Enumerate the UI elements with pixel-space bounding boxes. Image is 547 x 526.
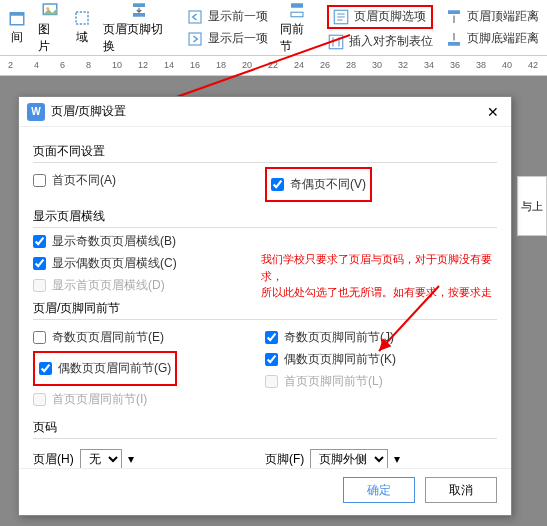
chk-label: 偶数页页眉同前节(G) <box>58 360 171 377</box>
header-footer-toggle-icon <box>130 1 148 19</box>
chk-label: 奇数页页脚同前节(J) <box>284 329 394 346</box>
ok-button[interactable]: 确定 <box>343 477 415 503</box>
note-line: 所以此处勾选了也无所谓。如有要求，按要求走 <box>261 284 511 301</box>
ribbon-label: 页眉顶端距离 <box>467 8 539 25</box>
link-prev-icon <box>288 1 306 19</box>
chk-first-page-diff[interactable]: 首页不同(A) <box>33 172 265 189</box>
ribbon-label: 间 <box>11 29 23 46</box>
annotation-note: 我们学校只要求了页眉与页码，对于页脚没有要求， 所以此处勾选了也无所谓。如有要求… <box>261 251 511 301</box>
svg-rect-1 <box>10 13 24 16</box>
header-page-label: 页眉(H) <box>33 451 74 468</box>
ribbon-label: 页脚底端距离 <box>467 30 539 47</box>
ribbon-label: 显示后一项 <box>208 30 268 47</box>
chk-label: 显示首页页眉横线(D) <box>52 277 165 294</box>
chk-label: 偶数页页脚同前节(K) <box>284 351 396 368</box>
section-header-line: 显示页眉横线 <box>33 208 497 228</box>
dialog-body: 页面不同设置 首页不同(A) 奇偶页不同(V) 显示页眉横线 显示奇数页页眉横线… <box>19 127 511 468</box>
ribbon-item[interactable]: 图片 <box>38 2 61 53</box>
chk-label: 显示偶数页页眉横线(C) <box>52 255 177 272</box>
ribbon-footer-distance[interactable]: 页脚底端距离 <box>445 30 539 48</box>
svg-rect-5 <box>133 3 145 7</box>
ribbon: 间 图片 域 页眉页脚切换 显示前一项 显示后一项 同前节 页眉页脚选项 插入对… <box>0 0 547 56</box>
section-same-prev: 页眉/页脚同前节 <box>33 300 497 320</box>
chk-odd-footer-prev[interactable]: 奇数页页脚同前节(J) <box>265 329 497 346</box>
ribbon-item[interactable]: 同前节 <box>280 2 315 53</box>
side-label: 与上 <box>517 176 547 236</box>
dialog-footer: 确定 取消 <box>19 468 511 515</box>
header-page-select[interactable]: 无 <box>80 449 122 468</box>
header-dist-icon <box>445 8 463 26</box>
ribbon-label: 插入对齐制表位 <box>349 33 433 50</box>
section-page-number: 页码 <box>33 419 497 439</box>
prev-icon <box>186 8 204 26</box>
field-icon <box>73 9 91 27</box>
ribbon-item[interactable]: 间 <box>8 2 26 53</box>
chk-even-header-prev[interactable]: 偶数页页眉同前节(G) <box>39 360 171 377</box>
ribbon-next[interactable]: 显示后一项 <box>186 30 268 48</box>
ribbon-item[interactable]: 域 <box>73 2 91 53</box>
ribbon-item[interactable]: 页眉页脚切换 <box>103 2 173 53</box>
ribbon-label: 页眉页脚选项 <box>354 8 426 25</box>
tab-icon <box>327 33 345 51</box>
picture-icon <box>41 1 59 19</box>
ribbon-header-footer-options[interactable]: 页眉页脚选项 <box>327 5 433 29</box>
chk-label: 显示奇数页页眉横线(B) <box>52 233 176 250</box>
dropdown-icon: ▾ <box>394 452 400 466</box>
svg-rect-12 <box>329 35 343 49</box>
ribbon-group: 显示前一项 显示后一项 <box>186 2 268 53</box>
svg-rect-7 <box>189 11 201 23</box>
footer-page-label: 页脚(F) <box>265 451 304 468</box>
chk-odd-header-prev[interactable]: 奇数页页眉同前节(E) <box>33 329 265 346</box>
chk-first-footer-prev: 首页页脚同前节(L) <box>265 373 497 390</box>
chk-label: 首页页脚同前节(L) <box>284 373 383 390</box>
ribbon-group: 页眉页脚选项 插入对齐制表位 <box>327 2 433 53</box>
chk-label: 首页不同(A) <box>52 172 116 189</box>
app-logo-icon: W <box>27 103 45 121</box>
svg-rect-10 <box>291 12 303 17</box>
ribbon-label: 显示前一项 <box>208 8 268 25</box>
cancel-button[interactable]: 取消 <box>425 477 497 503</box>
ribbon-label: 图片 <box>38 21 61 55</box>
svg-rect-6 <box>133 13 145 17</box>
svg-rect-4 <box>76 12 88 24</box>
ribbon-label: 页眉页脚切换 <box>103 21 173 55</box>
ribbon-label: 域 <box>76 29 88 46</box>
date-icon <box>8 9 26 27</box>
chk-label: 奇数页页眉同前节(E) <box>52 329 164 346</box>
svg-rect-14 <box>448 42 460 46</box>
dialog-title: 页眉/页脚设置 <box>51 103 483 120</box>
dialog-titlebar: W 页眉/页脚设置 ✕ <box>19 97 511 127</box>
ribbon-prev[interactable]: 显示前一项 <box>186 8 268 26</box>
dropdown-icon: ▾ <box>128 452 134 466</box>
chk-odd-header-line[interactable]: 显示奇数页页眉横线(B) <box>33 233 497 250</box>
chk-label: 奇偶页不同(V) <box>290 176 366 193</box>
ribbon-label: 同前节 <box>280 21 315 55</box>
chk-even-footer-prev[interactable]: 偶数页页脚同前节(K) <box>265 351 497 368</box>
chk-label: 首页页眉同前节(I) <box>52 391 147 408</box>
ribbon-align-tab[interactable]: 插入对齐制表位 <box>327 33 433 51</box>
section-page-diff: 页面不同设置 <box>33 143 497 163</box>
options-icon <box>332 8 350 26</box>
header-footer-settings-dialog: W 页眉/页脚设置 ✕ 页面不同设置 首页不同(A) 奇偶页不同(V) 显示页眉… <box>18 96 512 516</box>
ribbon-header-distance[interactable]: 页眉顶端距离 <box>445 8 539 26</box>
close-button[interactable]: ✕ <box>483 104 503 120</box>
chk-first-header-prev: 首页页眉同前节(I) <box>33 391 265 408</box>
footer-dist-icon <box>445 30 463 48</box>
footer-page-select[interactable]: 页脚外侧 <box>310 449 388 468</box>
ribbon-group: 页眉顶端距离 页脚底端距离 <box>445 2 539 53</box>
svg-rect-13 <box>448 10 460 14</box>
svg-rect-8 <box>189 33 201 45</box>
next-icon <box>186 30 204 48</box>
ruler: 24681012141618202224262830323436384042 <box>0 56 547 76</box>
note-line: 我们学校只要求了页眉与页码，对于页脚没有要求， <box>261 251 511 284</box>
svg-rect-9 <box>291 3 303 8</box>
chk-odd-even-diff[interactable]: 奇偶页不同(V) <box>271 176 366 193</box>
